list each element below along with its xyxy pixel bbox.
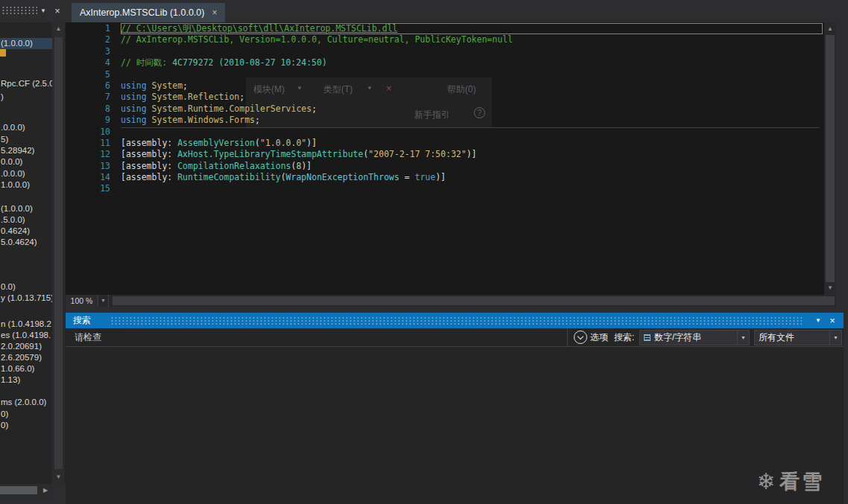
code-line[interactable]: using System; bbox=[121, 80, 823, 92]
scroll-up-button[interactable]: ▲ bbox=[824, 24, 836, 34]
zoom-dropdown-button[interactable]: ▼ bbox=[98, 295, 109, 307]
tree-item[interactable]: y (1.0.13.715) bbox=[1, 293, 52, 304]
horizontal-scroll-track[interactable] bbox=[109, 295, 836, 307]
tab-label: AxInterop.MSTSCLib (1.0.0.0) bbox=[80, 7, 204, 18]
tree-item[interactable]: Rpc.CF (2.5.0 bbox=[1, 78, 52, 89]
code-row: 11[assembly: AssemblyVersion("1.0.0.0")] bbox=[66, 138, 823, 149]
scroll-thumb[interactable] bbox=[113, 296, 835, 305]
code-token: ( bbox=[255, 138, 260, 148]
tree-item[interactable]: 0.0) bbox=[1, 281, 16, 293]
code-token: ; bbox=[183, 80, 188, 91]
tree-item[interactable]: n (1.0.4198.2 bbox=[1, 319, 51, 330]
code-line[interactable] bbox=[121, 127, 823, 138]
code-row: 1// C:\Users\明\Desktop\soft\dll\AxIntero… bbox=[66, 23, 823, 34]
tree-item[interactable]: (1.0.0.0) bbox=[0, 38, 52, 49]
code-token: using bbox=[121, 115, 152, 125]
scroll-thumb[interactable] bbox=[0, 486, 37, 494]
code-line[interactable] bbox=[121, 69, 823, 80]
tree-item[interactable]: 1.0.66.0) bbox=[1, 363, 34, 374]
dropdown-caret-icon[interactable]: ▼ bbox=[829, 331, 841, 345]
tree-item[interactable]: 2.0.20691) bbox=[1, 341, 42, 352]
panel-collapse-button[interactable]: ▼ bbox=[37, 0, 49, 22]
code-line[interactable]: using System.Reflection; bbox=[121, 92, 823, 103]
tree-item[interactable]: 5) bbox=[1, 134, 8, 145]
tab-close-icon[interactable]: × bbox=[212, 7, 217, 18]
tree-item[interactable]: 0.0.0) bbox=[1, 156, 22, 168]
code-line[interactable]: [assembly: AssemblyVersion("1.0.0.0")] bbox=[121, 138, 823, 149]
tree-item[interactable]: ) bbox=[1, 92, 4, 103]
chevron-down-icon bbox=[578, 334, 583, 339]
file-scope-dropdown[interactable]: 所有文件 ▼ bbox=[754, 330, 842, 345]
tree-item[interactable]: 5.0.4624) bbox=[1, 237, 37, 248]
code-line[interactable] bbox=[121, 183, 823, 194]
tree-item[interactable]: 5.28942) bbox=[1, 145, 34, 156]
scroll-thumb[interactable] bbox=[826, 35, 835, 282]
tree-item[interactable]: 0.4624) bbox=[1, 226, 30, 237]
code-line[interactable]: // AxInterop.MSTSCLib, Version=1.0.0.0, … bbox=[121, 34, 823, 45]
options-expander-icon[interactable] bbox=[574, 331, 587, 344]
code-token: )] bbox=[301, 161, 311, 171]
code-token: = bbox=[399, 172, 415, 182]
list-icon bbox=[644, 334, 651, 341]
code-row: 4// 时间戳: 4C779272 (2010-08-27 10:24:50) bbox=[66, 57, 823, 68]
code-token: System.Runtime.CompilerServices bbox=[152, 103, 312, 114]
code-token: [assembly: bbox=[121, 172, 177, 182]
code-token: [assembly: bbox=[121, 138, 177, 148]
sidebar-vertical-scrollbar[interactable]: ▲ ▼ bbox=[52, 22, 66, 484]
scroll-down-button[interactable]: ▼ bbox=[824, 283, 836, 293]
panel-close-button[interactable]: × bbox=[51, 0, 64, 22]
code-line[interactable]: using System.Runtime.CompilerServices; bbox=[121, 103, 823, 115]
line-number: 6 bbox=[66, 80, 110, 92]
code-token: AxHost.TypeLibraryTimeStampAttribute bbox=[177, 149, 363, 159]
code-line[interactable]: // 时间戳: 4C779272 (2010-08-27 10:24:50) bbox=[121, 57, 823, 68]
code-line[interactable]: using System.Windows.Forms; bbox=[121, 115, 823, 126]
code-row: 3 bbox=[66, 46, 823, 57]
tree-item[interactable]: 1.13) bbox=[1, 374, 20, 386]
tree-item[interactable]: .0.0.0) bbox=[1, 168, 25, 179]
scroll-down-button[interactable]: ▼ bbox=[52, 472, 65, 482]
tree-item[interactable]: 2.6.20579) bbox=[1, 352, 42, 363]
line-number: 12 bbox=[66, 149, 110, 160]
tree-item[interactable]: .0.0.0) bbox=[1, 122, 25, 133]
sidebar-horizontal-scrollbar[interactable]: ▶ bbox=[0, 484, 52, 497]
search-filter-input[interactable]: 请检查 bbox=[66, 328, 568, 347]
search-panel-grip[interactable] bbox=[110, 316, 802, 325]
code-line[interactable]: // C:\Users\明\Desktop\soft\dll\AxInterop… bbox=[121, 23, 823, 34]
tree-item[interactable]: 1.0.0.0) bbox=[1, 179, 30, 191]
panel-grip[interactable] bbox=[1, 6, 37, 16]
tree-item[interactable]: 0) bbox=[1, 420, 8, 431]
code-line[interactable]: [assembly: RuntimeCompatibility(WrapNonE… bbox=[121, 172, 823, 183]
search-close-button[interactable]: × bbox=[826, 313, 839, 328]
tab-axinterop-mstsclib[interactable]: AxInterop.MSTSCLib (1.0.0.0) × bbox=[72, 3, 225, 22]
scroll-thumb[interactable] bbox=[54, 37, 63, 469]
code-token: // AxInterop.MSTSCLib, Version=1.0.0.0, … bbox=[121, 34, 513, 45]
code-token: )] bbox=[435, 172, 446, 182]
tree-item[interactable]: .5.0.0) bbox=[1, 214, 25, 226]
tree-item[interactable]: 0) bbox=[1, 409, 8, 420]
code-token: System.Windows.Forms bbox=[152, 115, 255, 125]
search-panel-title: 搜索 bbox=[73, 313, 91, 328]
search-collapse-button[interactable]: ▼ bbox=[812, 313, 824, 328]
tree-item[interactable]: es (1.0.4198. bbox=[1, 330, 51, 341]
scroll-right-button[interactable]: ▶ bbox=[40, 484, 51, 497]
scroll-up-button[interactable]: ▲ bbox=[52, 24, 65, 34]
code-row: 12[assembly: AxHost.TypeLibraryTimeStamp… bbox=[66, 149, 823, 160]
tree-item[interactable]: ms (2.0.0.0) bbox=[1, 397, 46, 408]
code-row: 8using System.Runtime.CompilerServices; bbox=[66, 103, 823, 115]
dropdown-caret-icon[interactable]: ▼ bbox=[737, 331, 749, 345]
code-row: 10 bbox=[66, 127, 823, 138]
zoom-level[interactable]: 100 % bbox=[66, 295, 98, 307]
code-line[interactable]: [assembly: CompilationRelaxations(8)] bbox=[121, 161, 823, 172]
value-type-dropdown[interactable]: 数字/字符串 ▼ bbox=[639, 330, 750, 345]
code-editor[interactable]: 1// C:\Users\明\Desktop\soft\dll\AxIntero… bbox=[66, 22, 824, 295]
line-number: 15 bbox=[66, 183, 110, 194]
code-row: 15 bbox=[66, 183, 823, 194]
code-token: RuntimeCompatibility bbox=[177, 172, 280, 182]
code-line[interactable]: [assembly: AxHost.TypeLibraryTimeStampAt… bbox=[121, 149, 823, 160]
line-number: 1 bbox=[66, 23, 110, 34]
code-token: "2007-2-17 7:50:32" bbox=[368, 149, 466, 159]
tree-item[interactable]: (1.0.0.0) bbox=[1, 203, 33, 214]
value-type-dropdown-value: 数字/字符串 bbox=[651, 331, 737, 344]
editor-vertical-scrollbar[interactable]: ▲ ▼ bbox=[824, 22, 836, 295]
code-line[interactable] bbox=[121, 46, 823, 57]
